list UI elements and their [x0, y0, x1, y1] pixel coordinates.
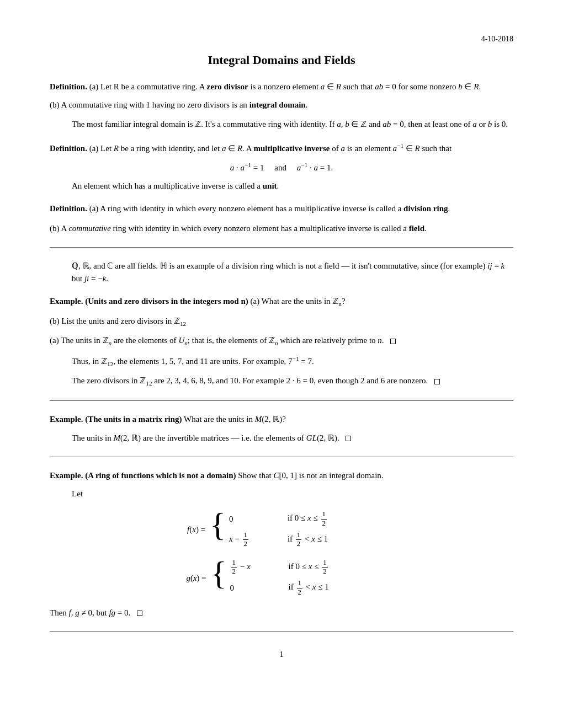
gx-expr-2: 0 — [230, 582, 280, 594]
def1-b-text: (b) A commutative ring with 1 having no … — [50, 99, 513, 111]
integral-domain-term: integral domain — [249, 100, 306, 109]
example-3-q: Show that C[0, 1] is not an integral dom… — [238, 471, 383, 480]
example-1-ans-b2: The zero divisors in ℤ12 are 2, 3, 4, 6,… — [72, 374, 513, 388]
example-1-title: Example. — [50, 297, 83, 306]
math-equation-1: a · a−1 = 1 and a−1 · a = 1. — [50, 160, 513, 174]
fx-cond-1: if 0 ≤ x ≤ 12 — [288, 510, 376, 528]
definition-2: Definition. (a) Let R be a ring with ide… — [50, 141, 513, 193]
example-3-title: Example. — [50, 471, 83, 480]
qed-1 — [390, 339, 396, 344]
example-2-block: Example. (The units in a matrix ring) Wh… — [50, 413, 513, 445]
fx-label: f(x) = — [187, 510, 205, 534]
def3-a2: . — [448, 204, 450, 213]
gx-row: g(x) = { 12 − x if 0 ≤ x ≤ 12 0 if 12 < … — [186, 559, 376, 597]
def3-a-text: Definition. (a) A ring with identity in … — [50, 202, 513, 215]
def3-a: (a) A ring with identity in which every … — [89, 204, 403, 213]
example-3-let: Let — [72, 488, 513, 500]
fx-cond-2: if 12 < x ≤ 1 — [288, 531, 376, 549]
gx-expr-1: 12 − x — [230, 559, 280, 576]
def1-text: Definition. (a) Let R be a commutative r… — [50, 81, 513, 93]
division-ring-term: division ring — [403, 204, 448, 213]
example-1-qa: (a) What are the units in ℤn? — [250, 297, 345, 306]
def2-unit-text: An element which has a multiplicative in… — [72, 180, 513, 192]
gx-case-2: 0 if 12 < x ≤ 1 — [230, 579, 377, 597]
fx-piecewise: f(x) = { 0 if 0 ≤ x ≤ 12 x − 12 if 12 < … — [50, 510, 513, 548]
qed-2 — [434, 379, 440, 384]
gx-cond-1: if 0 ≤ x ≤ 12 — [289, 559, 377, 576]
fields-para: ℚ, ℝ, and ℂ are all fields. ℍ is an exam… — [72, 260, 513, 286]
example-1-block: Example. (Units and zero divisors in the… — [50, 295, 513, 388]
definition-label-1: Definition. — [50, 82, 87, 91]
qed-4 — [137, 611, 142, 616]
para1: The most familiar integral domain is ℤ. … — [72, 118, 513, 131]
example-3-bold: (A ring of functions which is not a doma… — [85, 471, 236, 480]
def2-a2: of a is an element a−1 ∈ R such that — [330, 144, 452, 153]
example-2-q: What are the units in M(2, ℝ)? — [184, 415, 286, 424]
page-title: Integral Domains and Fields — [50, 51, 513, 69]
gx-case-1: 12 − x if 0 ≤ x ≤ 12 — [230, 559, 377, 576]
def2-a: (a) Let R be a ring with identity, and l… — [89, 144, 254, 153]
gx-cases: 12 − x if 0 ≤ x ≤ 12 0 if 12 < x ≤ 1 — [230, 559, 377, 597]
frac-1-2-b: 12 — [243, 531, 248, 549]
hr-4 — [50, 631, 513, 632]
def1-a: (a) Let R be a commutative ring. A — [89, 82, 207, 91]
hr-2 — [50, 400, 513, 401]
definition-label-3: Definition. — [50, 204, 87, 213]
example-1-bold: (Units and zero divisors in the integers… — [85, 297, 248, 306]
example-2-title: Example. — [50, 415, 83, 424]
field-term: field — [409, 224, 424, 233]
example-1-ans-b1: Thus, in ℤ12, the elements 1, 5, 7, and … — [72, 354, 513, 369]
fx-case-2: x − 12 if 12 < x ≤ 1 — [229, 531, 376, 549]
example-1-title-line: Example. (Units and zero divisors in the… — [50, 295, 513, 309]
fx-case-1: 0 if 0 ≤ x ≤ 12 — [229, 510, 376, 528]
fx-expr-2: x − 12 — [229, 531, 279, 549]
gx-label: g(x) = — [186, 559, 206, 582]
example-2-ans: The units in M(2, ℝ) are the invertible … — [72, 432, 513, 445]
frac-1-2-a: 12 — [321, 510, 327, 528]
mult-inv-term: multiplicative inverse — [254, 144, 330, 153]
example-3-title-line: Example. (A ring of functions which is n… — [50, 469, 513, 482]
def1-b: (b) A commutative ring with 1 having no … — [50, 100, 249, 109]
definition-3: Definition. (a) A ring with identity in … — [50, 202, 513, 215]
def3-b-text: (b) A commutative ring with identity in … — [50, 222, 513, 235]
qed-3 — [346, 436, 351, 441]
example-2-title-line: Example. (The units in a matrix ring) Wh… — [50, 413, 513, 426]
hr-3 — [50, 457, 513, 457]
fx-cases: 0 if 0 ≤ x ≤ 12 x − 12 if 12 < x ≤ 1 — [229, 510, 376, 548]
frac-1-2-d: 12 — [231, 559, 237, 576]
example-1-ans-a: (a) The units in ℤn are the elements of … — [50, 334, 513, 348]
definition-label-2: Definition. — [50, 144, 87, 153]
fx-row: f(x) = { 0 if 0 ≤ x ≤ 12 x − 12 if 12 < … — [187, 510, 376, 548]
page-number: 1 — [50, 649, 513, 661]
example-3-block: Example. (A ring of functions which is n… — [50, 469, 513, 619]
unit-term: unit — [263, 181, 277, 190]
gx-brace: { — [211, 556, 227, 590]
frac-1-2-f: 12 — [297, 579, 302, 597]
fx-expr-1: 0 — [229, 513, 279, 525]
gx-piecewise: g(x) = { 12 − x if 0 ≤ x ≤ 12 0 if 12 < … — [50, 559, 513, 597]
date: 4-10-2018 — [50, 33, 513, 45]
frac-1-2-c: 12 — [296, 531, 301, 549]
def1-b2: . — [306, 100, 308, 109]
page: 4-10-2018 Integral Domains and Fields De… — [0, 0, 563, 728]
gx-cond-2: if 12 < x ≤ 1 — [289, 579, 377, 597]
zero-divisor-term: zero divisor — [207, 82, 248, 91]
definition-1: Definition. (a) Let R be a commutative r… — [50, 81, 513, 112]
example-3-then: Then f, g ≠ 0, but fg = 0. — [50, 607, 513, 619]
frac-1-2-e: 12 — [322, 559, 327, 576]
fx-brace: { — [210, 508, 226, 541]
definition-3b: (b) A commutative ring with identity in … — [50, 222, 513, 235]
commutative-italic: commutative — [68, 224, 111, 233]
example-2-bold: (The units in a matrix ring) — [85, 415, 182, 424]
hr-1 — [50, 247, 513, 248]
def2-text: Definition. (a) Let R be a ring with ide… — [50, 141, 513, 155]
example-1-qb: (b) List the units and zero divisors in … — [50, 315, 513, 329]
def1-a2: is a nonzero element a ∈ R such that ab … — [248, 82, 481, 91]
